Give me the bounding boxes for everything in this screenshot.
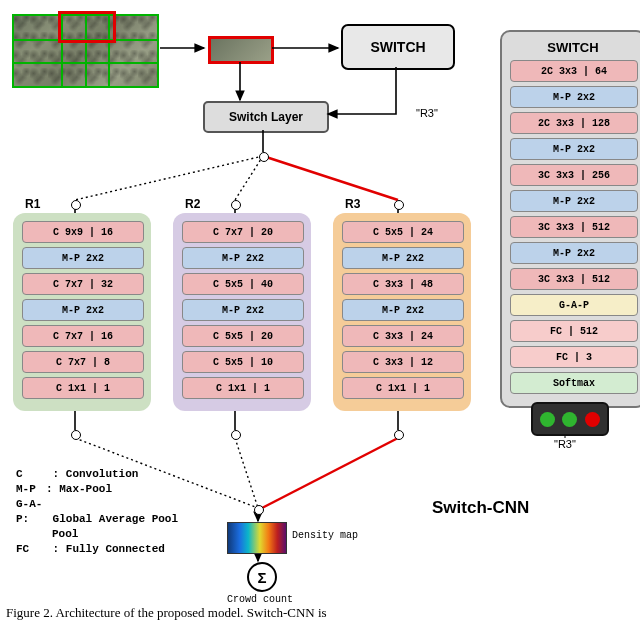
- layer-block: C 1x1 | 1: [22, 377, 144, 399]
- legend: C : Convolution M-P: Max-Pool G-A-P: Glo…: [16, 467, 178, 557]
- layer-block: M-P 2x2: [510, 86, 638, 108]
- svg-line-6: [263, 156, 398, 200]
- traffic-light-icon: [531, 402, 609, 436]
- layer-block: C 7x7 | 8: [22, 351, 144, 373]
- layer-block: M-P 2x2: [22, 247, 144, 269]
- regressor-r3: R3 C 5x5 | 24M-P 2x2C 3x3 | 48M-P 2x2C 3…: [333, 213, 471, 411]
- layer-block: C 7x7 | 20: [182, 221, 304, 243]
- r2-label: R2: [185, 197, 200, 211]
- layer-block: C 3x3 | 24: [342, 325, 464, 347]
- selected-regressor-label: "R3": [554, 438, 576, 450]
- svg-line-4: [75, 156, 263, 200]
- svg-line-15: [262, 438, 398, 508]
- layer-block: M-P 2x2: [182, 299, 304, 321]
- layer-block: C 9x9 | 16: [22, 221, 144, 243]
- regressor-r1: R1 C 9x9 | 16M-P 2x2C 7x7 | 32M-P 2x2C 7…: [13, 213, 151, 411]
- r1-in-node: [71, 200, 81, 210]
- layer-block: C 3x3 | 48: [342, 273, 464, 295]
- regressor-r2: R2 C 7x7 | 20M-P 2x2C 5x5 | 40M-P 2x2C 5…: [173, 213, 311, 411]
- layer-block: C 5x5 | 24: [342, 221, 464, 243]
- layer-block: Softmax: [510, 372, 638, 394]
- r3-out-node: [394, 430, 404, 440]
- layer-block: M-P 2x2: [342, 299, 464, 321]
- switch-detail-panel: SWITCH 2C 3x3 | 64M-P 2x22C 3x3 | 128M-P…: [500, 30, 640, 408]
- model-name: Switch-CNN: [432, 498, 529, 518]
- r1-label: R1: [25, 197, 40, 211]
- r3-in-node: [394, 200, 404, 210]
- layer-block: C 5x5 | 20: [182, 325, 304, 347]
- switch-detail-title: SWITCH: [510, 40, 636, 55]
- layer-block: C 5x5 | 10: [182, 351, 304, 373]
- legend-gap: Global Average Pool: [53, 513, 178, 525]
- layer-block: C 5x5 | 40: [182, 273, 304, 295]
- layer-block: C 1x1 | 1: [342, 377, 464, 399]
- layer-block: M-P 2x2: [510, 138, 638, 160]
- legend-conv: Convolution: [66, 468, 139, 480]
- r1-out-node: [71, 430, 81, 440]
- sum-icon: Σ: [247, 562, 277, 592]
- svg-line-5: [235, 156, 263, 200]
- light-r2: [562, 412, 577, 427]
- figure: SWITCH Switch Layer "R3": [0, 0, 640, 626]
- layer-block: 3C 3x3 | 512: [510, 268, 638, 290]
- layer-block: G-A-P: [510, 294, 638, 316]
- layer-block: C 7x7 | 16: [22, 325, 144, 347]
- density-map-output: [227, 522, 287, 554]
- light-r1: [540, 412, 555, 427]
- layer-block: M-P 2x2: [342, 247, 464, 269]
- layer-block: FC | 3: [510, 346, 638, 368]
- layer-block: M-P 2x2: [510, 190, 638, 212]
- merge-node: [254, 505, 264, 515]
- crowd-count-label: Crowd count: [225, 594, 295, 605]
- layer-block: M-P 2x2: [510, 242, 638, 264]
- svg-line-14: [235, 438, 258, 508]
- split-node: [259, 152, 269, 162]
- layer-block: 3C 3x3 | 256: [510, 164, 638, 186]
- r2-out-node: [231, 430, 241, 440]
- layer-block: C 1x1 | 1: [182, 377, 304, 399]
- layer-block: 2C 3x3 | 128: [510, 112, 638, 134]
- layer-block: C 7x7 | 32: [22, 273, 144, 295]
- legend-maxpool: Max-Pool: [59, 483, 112, 495]
- layer-block: M-P 2x2: [182, 247, 304, 269]
- layer-block: FC | 512: [510, 320, 638, 342]
- r2-in-node: [231, 200, 241, 210]
- layer-block: C 3x3 | 12: [342, 351, 464, 373]
- figure-caption: Figure 2. Architecture of the proposed m…: [6, 605, 327, 621]
- layer-block: 3C 3x3 | 512: [510, 216, 638, 238]
- density-map-label: Density map: [292, 530, 358, 541]
- layer-block: 2C 3x3 | 64: [510, 60, 638, 82]
- legend-fc: Fully Connected: [66, 543, 165, 555]
- r3-label: R3: [345, 197, 360, 211]
- layer-block: M-P 2x2: [22, 299, 144, 321]
- light-r3-selected: [585, 412, 600, 427]
